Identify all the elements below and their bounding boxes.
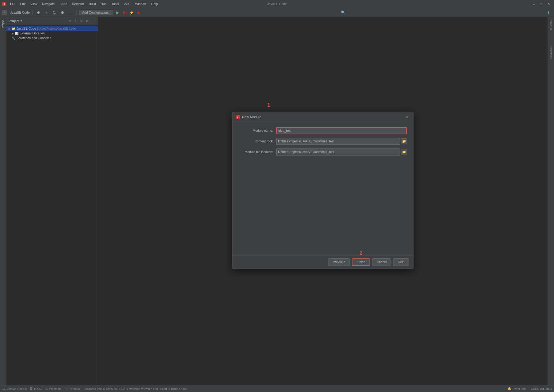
step1-indicator: 1 <box>267 102 270 109</box>
content-root-input-wrap: 📁 <box>276 138 407 145</box>
module-file-input-wrap: 📁 <box>276 149 407 155</box>
menu-view[interactable]: View <box>28 2 39 6</box>
stop-button[interactable]: ■ <box>136 10 141 15</box>
maximize-button[interactable]: □ <box>538 1 544 7</box>
menu-build[interactable]: Build <box>87 2 98 6</box>
run-config-dropdown[interactable]: Add Configuration... <box>79 10 113 15</box>
module-file-browse-button[interactable]: 📁 <box>401 149 407 155</box>
toolbar-settings-icon[interactable]: ⚙ <box>35 9 42 16</box>
status-terminal[interactable]: ⬛ Terminal <box>65 387 81 390</box>
tree-root-item[interactable]: ▶ 📁 JavaSE Code D:\IdeaProjects\JavaSE C… <box>6 26 98 31</box>
run-button[interactable]: ▶ <box>115 10 120 15</box>
sidebar-item-structure[interactable]: Structure <box>549 18 553 32</box>
window-controls: – □ ✕ <box>531 1 552 7</box>
debug-button[interactable]: 🐞 <box>122 10 127 15</box>
problems-icon: ⚠ <box>45 387 48 390</box>
module-name-input[interactable] <box>276 127 407 134</box>
new-module-dialog: 1 J New Module ✕ Module name: <box>232 112 414 269</box>
terminal-icon: ⬛ <box>65 387 68 390</box>
toolbar-separator-1 <box>32 10 33 15</box>
status-bar: ⎇ Version Control ☰ TODO ⚠ Problems ⬛ Te… <box>0 385 554 392</box>
vcs-icon: ⎇ <box>2 387 6 390</box>
right-sidebar-tabs: Structure Bookmarks <box>548 17 554 385</box>
menu-navigate[interactable]: Navigate <box>40 2 57 6</box>
toolbar-icon-1[interactable]: ≡ <box>43 9 50 16</box>
status-right-text: CSDN @Lum0s <box>531 387 552 390</box>
menu-refactor[interactable]: Refactor <box>70 2 86 6</box>
dialog-spacer <box>239 159 407 250</box>
toolbar-icon-3[interactable]: ⚙ <box>59 9 66 16</box>
tree-arrow-ext: ▶ <box>12 32 14 35</box>
cancel-button[interactable]: Cancel <box>372 258 391 266</box>
content-root-row: Content root: 📁 <box>239 138 407 145</box>
module-file-input[interactable] <box>276 149 400 155</box>
folder-icon: 📁 <box>12 27 15 30</box>
menu-edit[interactable]: Edit <box>18 2 28 6</box>
left-sidebar-tabs: Project <box>0 17 6 385</box>
close-button[interactable]: ✕ <box>545 1 552 7</box>
dialog-body: Module name: Content root: 📁 <box>232 122 413 255</box>
module-file-label: Module file location: <box>239 150 276 154</box>
event-log-icon: 🔔 <box>508 387 511 390</box>
toolbar-icon-2[interactable]: ⇅ <box>51 9 58 16</box>
tree-scratches-label: Scratches and Consoles <box>17 36 51 40</box>
status-message: Localized IntelliJ IDEA 2021.3.2 is avai… <box>84 387 187 390</box>
status-problems[interactable]: ⚠ Problems <box>45 387 61 390</box>
panel-close-icon[interactable]: — <box>90 18 96 24</box>
project-tree: ▶ 📁 JavaSE Code D:\IdeaProjects\JavaSE C… <box>6 25 98 385</box>
status-version-control[interactable]: ⎇ Version Control <box>2 387 27 390</box>
main-layout: Project Project ▾ ⚙ ≡ ⇅ ⚙ — ▶ 📁 JavaSE C… <box>0 17 554 385</box>
tree-ext-libraries[interactable]: ▶ 📊 External Libraries <box>6 31 98 36</box>
toolbar-icon-4[interactable]: — <box>67 9 74 16</box>
project-panel-title: Project ▾ <box>9 19 22 23</box>
help-button[interactable]: Help <box>393 258 409 266</box>
editor-area: 1 J New Module ✕ Module name: <box>98 17 548 385</box>
panel-settings-icon[interactable]: ⚙ <box>85 18 90 24</box>
finish-button[interactable]: Finish <box>352 258 370 266</box>
title-bar: J File Edit View Navigate Code Refactor … <box>0 0 554 8</box>
step2-indicator: 2 <box>360 250 362 256</box>
sidebar-item-bookmarks[interactable]: Bookmarks <box>549 44 553 61</box>
panel-filter-icon[interactable]: ⇅ <box>79 18 84 24</box>
tree-arrow-root: ▶ <box>9 27 11 30</box>
menu-window[interactable]: Window <box>133 2 149 6</box>
status-event-log[interactable]: 🔔 Event Log <box>508 387 526 390</box>
content-root-label: Content root: <box>239 139 276 143</box>
dialog-title: New Module <box>242 115 261 119</box>
vcs-update-icon[interactable]: ⬇ <box>545 9 552 16</box>
module-name-row: Module name: <box>239 127 407 134</box>
window-title: JavaSE Code <box>267 2 287 6</box>
libraries-icon: 📊 <box>15 32 19 35</box>
dialog-footer: Previous 2 Finish Cancel Help <box>232 255 413 269</box>
module-file-row: Module file location: 📁 <box>239 149 407 155</box>
tree-root-label: JavaSE Code D:\IdeaProjects\JavaSE Code <box>17 27 76 30</box>
menu-vcs[interactable]: VCS <box>122 2 133 6</box>
dialog-close-button[interactable]: ✕ <box>405 114 410 120</box>
dialog-titlebar: J New Module ✕ <box>232 112 413 122</box>
sidebar-item-project[interactable]: Project <box>1 18 5 30</box>
menu-code[interactable]: Code <box>57 2 69 6</box>
dialog-overlay: 1 J New Module ✕ Module name: <box>98 17 548 385</box>
toolbar-app-icon: ≡ <box>2 10 7 15</box>
status-todo[interactable]: ☰ TODO <box>30 387 42 390</box>
tree-ext-label: External Libraries <box>20 31 45 35</box>
panel-layout-icon[interactable]: ⚙ <box>67 18 72 24</box>
app-logo: J <box>2 2 6 6</box>
menu-tools[interactable]: Tools <box>109 2 121 6</box>
project-panel: Project ▾ ⚙ ≡ ⇅ ⚙ — ▶ 📁 JavaSE Code D:\I… <box>6 17 98 385</box>
search-everywhere-icon[interactable]: 🔍 <box>340 9 347 16</box>
menu-run[interactable]: Run <box>99 2 109 6</box>
previous-button[interactable]: Previous <box>328 258 350 266</box>
content-root-input[interactable] <box>276 138 400 145</box>
scratches-icon: 🔧 <box>12 37 15 40</box>
content-root-browse-button[interactable]: 📁 <box>401 138 407 144</box>
menu-help[interactable]: Help <box>149 2 160 6</box>
project-panel-header: Project ▾ ⚙ ≡ ⇅ ⚙ — <box>6 17 98 25</box>
panel-actions: ⚙ ≡ ⇅ ⚙ — <box>67 18 96 24</box>
minimize-button[interactable]: – <box>531 1 537 7</box>
coverage-button[interactable]: ⚡ <box>129 10 134 15</box>
menu-file[interactable]: File <box>8 2 17 6</box>
tree-scratches[interactable]: 🔧 Scratches and Consoles <box>6 36 98 41</box>
module-name-input-wrap <box>276 127 407 134</box>
panel-sort-icon[interactable]: ≡ <box>73 18 78 24</box>
